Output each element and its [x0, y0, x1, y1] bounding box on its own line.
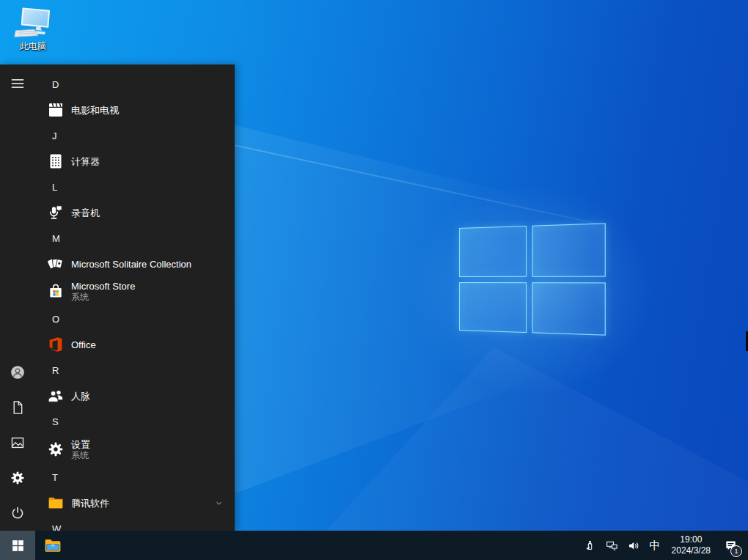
app-subtitle: 系统: [71, 292, 135, 302]
network-icon: [605, 539, 619, 553]
app-list-section-header[interactable]: O: [35, 306, 235, 332]
usb-device-button[interactable]: [582, 537, 598, 554]
voice-recorder-icon: [47, 204, 65, 221]
app-label: 计算器: [71, 156, 100, 167]
clock-date: 2024/3/28: [672, 545, 711, 556]
settings-icon: [47, 441, 65, 458]
action-center-button[interactable]: 1: [722, 537, 739, 554]
start-menu-item[interactable]: 电影和电视: [35, 97, 235, 122]
notification-badge: 1: [730, 545, 742, 557]
app-list-section-header[interactable]: W: [35, 515, 235, 531]
start-menu-item[interactable]: 腾讯软件: [35, 490, 235, 515]
app-list-section-header[interactable]: R: [35, 357, 235, 383]
rail-power-button[interactable]: [0, 495, 35, 531]
start-menu-item[interactable]: 设置系统: [35, 435, 235, 464]
app-list: D电影和电视J计算器L录音机MMicrosoft Solitaire Colle…: [35, 65, 235, 531]
start-menu-item[interactable]: Microsoft Solitaire Collection: [35, 251, 235, 276]
taskbar: 中 19:00 2024/3/28 1: [0, 531, 748, 560]
file-explorer-button[interactable]: [35, 531, 70, 560]
start-menu-rail: [0, 65, 35, 531]
movies-tv-icon: [47, 101, 65, 119]
app-subtitle: 系统: [71, 451, 90, 460]
start-menu-item[interactable]: Microsoft Store系统: [35, 276, 235, 306]
windows-logo-pane: [532, 282, 606, 336]
rail-pictures-button[interactable]: [0, 425, 35, 460]
speaker-icon: [627, 539, 641, 553]
rail-settings-button[interactable]: [0, 460, 35, 495]
app-list-section-header[interactable]: S: [35, 408, 235, 435]
taskbar-clock[interactable]: 19:00 2024/3/28: [672, 534, 711, 556]
app-label: 设置: [71, 439, 90, 450]
app-label: Microsoft Store: [71, 281, 135, 292]
rail-documents-button[interactable]: [0, 390, 35, 425]
desktop-icon-label: 此电脑: [6, 40, 60, 53]
windows-logo-pane: [459, 282, 527, 334]
volume-button[interactable]: [626, 537, 642, 554]
app-label: 腾讯软件: [71, 498, 109, 509]
clock-time: 19:00: [672, 534, 711, 545]
usb-eject-icon: [583, 539, 597, 553]
rail-top: [0, 66, 35, 101]
folder-icon: [47, 494, 65, 512]
start-menu-item[interactable]: 录音机: [35, 200, 235, 225]
windows-logo-pane: [459, 226, 527, 277]
app-label: 电影和电视: [71, 105, 119, 116]
start-menu: D电影和电视J计算器L录音机MMicrosoft Solitaire Colle…: [0, 65, 235, 531]
app-label: 录音机: [71, 207, 100, 218]
network-button[interactable]: [604, 537, 620, 554]
start-button[interactable]: [0, 531, 35, 560]
app-label: Office: [71, 339, 96, 350]
start-menu-item[interactable]: 人脉: [35, 383, 235, 408]
app-label: 人脉: [71, 391, 90, 402]
app-label: Microsoft Solitaire Collection: [71, 259, 191, 270]
people-icon: [47, 387, 65, 405]
office-icon: [47, 336, 65, 353]
desktop-screen: 此电脑 D电影和电视J计算器L录音机MMicrosoft Solitaire C…: [0, 0, 748, 560]
computer-icon: [13, 4, 53, 40]
rail-bottom: [0, 355, 35, 531]
ime-indicator[interactable]: 中: [648, 539, 663, 553]
system-tray: 中 19:00 2024/3/28 1: [582, 534, 748, 556]
app-list-section-header[interactable]: M: [35, 225, 235, 251]
rail-account-button[interactable]: [0, 355, 35, 390]
app-list-section-header[interactable]: L: [35, 174, 235, 200]
start-menu-item[interactable]: Office: [35, 332, 235, 357]
windows-logo: [459, 223, 606, 335]
microsoft-store-icon: [47, 282, 65, 300]
file-explorer-icon: [43, 536, 62, 555]
chevron-down-icon[interactable]: [214, 498, 224, 508]
app-list-section-header[interactable]: J: [35, 122, 235, 149]
start-menu-item[interactable]: 计算器: [35, 149, 235, 174]
calculator-icon: [47, 152, 65, 170]
windows-start-icon: [10, 538, 26, 553]
app-list-section-header[interactable]: T: [35, 464, 235, 490]
windows-logo-pane: [532, 223, 606, 276]
this-pc-desktop-icon[interactable]: 此电脑: [6, 4, 60, 53]
solitaire-icon: [47, 255, 65, 273]
rail-menu-button[interactable]: [0, 66, 35, 101]
app-list-section-header[interactable]: D: [35, 71, 235, 97]
